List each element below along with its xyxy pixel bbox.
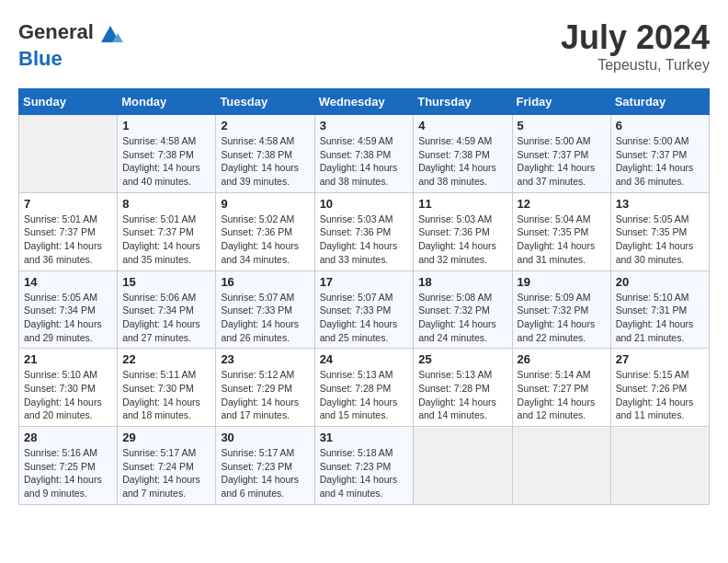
- calendar-header-row: SundayMondayTuesdayWednesdayThursdayFrid…: [19, 89, 710, 115]
- calendar-cell: 6Sunrise: 5:00 AM Sunset: 7:37 PM Daylig…: [610, 115, 709, 193]
- calendar-cell: 12Sunrise: 5:04 AM Sunset: 7:35 PM Dayli…: [512, 192, 610, 270]
- calendar-cell: 27Sunrise: 5:15 AM Sunset: 7:26 PM Dayli…: [610, 349, 709, 427]
- day-info: Sunrise: 5:16 AM Sunset: 7:25 PM Dayligh…: [24, 446, 112, 500]
- logo-icon: [96, 18, 125, 48]
- logo: General Blue: [18, 18, 125, 70]
- day-info: Sunrise: 5:13 AM Sunset: 7:28 PM Dayligh…: [320, 368, 409, 422]
- day-number: 16: [221, 275, 309, 289]
- day-number: 20: [616, 275, 704, 289]
- calendar-cell: 26Sunrise: 5:14 AM Sunset: 7:27 PM Dayli…: [512, 349, 610, 427]
- day-number: 1: [122, 119, 210, 132]
- day-info: Sunrise: 4:58 AM Sunset: 7:38 PM Dayligh…: [221, 134, 309, 189]
- calendar-cell: [512, 427, 610, 505]
- day-info: Sunrise: 5:09 AM Sunset: 7:32 PM Dayligh…: [518, 291, 606, 345]
- day-number: 2: [221, 119, 309, 132]
- day-number: 3: [320, 119, 409, 132]
- week-row-4: 21Sunrise: 5:10 AM Sunset: 7:30 PM Dayli…: [19, 349, 710, 427]
- calendar-cell: 16Sunrise: 5:07 AM Sunset: 7:33 PM Dayli…: [216, 270, 314, 349]
- day-number: 11: [418, 197, 506, 211]
- calendar-cell: 29Sunrise: 5:17 AM Sunset: 7:24 PM Dayli…: [118, 427, 216, 505]
- day-number: 6: [616, 119, 704, 132]
- calendar-cell: 22Sunrise: 5:11 AM Sunset: 7:30 PM Dayli…: [118, 349, 216, 427]
- week-row-3: 14Sunrise: 5:05 AM Sunset: 7:34 PM Dayli…: [19, 270, 710, 349]
- title-block: July 2024 Tepeustu, Turkey: [561, 18, 710, 74]
- calendar-cell: [610, 427, 709, 505]
- calendar-cell: 24Sunrise: 5:13 AM Sunset: 7:28 PM Dayli…: [314, 349, 414, 427]
- day-number: 15: [122, 275, 210, 289]
- day-info: Sunrise: 5:17 AM Sunset: 7:24 PM Dayligh…: [122, 446, 210, 500]
- header-monday: Monday: [118, 89, 216, 115]
- calendar-cell: 13Sunrise: 5:05 AM Sunset: 7:35 PM Dayli…: [610, 192, 709, 270]
- calendar-cell: 28Sunrise: 5:16 AM Sunset: 7:25 PM Dayli…: [19, 427, 118, 505]
- week-row-1: 1Sunrise: 4:58 AM Sunset: 7:38 PM Daylig…: [19, 115, 710, 193]
- day-number: 18: [418, 275, 506, 289]
- day-number: 4: [418, 119, 506, 132]
- calendar-cell: 20Sunrise: 5:10 AM Sunset: 7:31 PM Dayli…: [610, 270, 709, 349]
- day-number: 21: [24, 352, 112, 366]
- day-info: Sunrise: 5:11 AM Sunset: 7:30 PM Dayligh…: [122, 368, 210, 422]
- header-saturday: Saturday: [610, 89, 709, 115]
- calendar-cell: [414, 427, 512, 505]
- day-info: Sunrise: 4:59 AM Sunset: 7:38 PM Dayligh…: [320, 134, 409, 189]
- logo-blue-label: Blue: [18, 47, 63, 70]
- calendar-cell: 2Sunrise: 4:58 AM Sunset: 7:38 PM Daylig…: [216, 115, 314, 193]
- day-number: 19: [518, 275, 606, 289]
- calendar-cell: 21Sunrise: 5:10 AM Sunset: 7:30 PM Dayli…: [19, 349, 118, 427]
- day-number: 14: [24, 275, 112, 289]
- header-tuesday: Tuesday: [216, 89, 314, 115]
- day-number: 13: [616, 197, 704, 211]
- header-thursday: Thursday: [414, 89, 512, 115]
- day-info: Sunrise: 5:07 AM Sunset: 7:33 PM Dayligh…: [221, 291, 309, 345]
- title-location: Tepeustu, Turkey: [561, 57, 710, 74]
- day-number: 17: [320, 275, 409, 289]
- day-info: Sunrise: 5:05 AM Sunset: 7:35 PM Dayligh…: [616, 213, 704, 267]
- day-info: Sunrise: 5:02 AM Sunset: 7:36 PM Dayligh…: [221, 213, 309, 267]
- calendar-cell: 11Sunrise: 5:03 AM Sunset: 7:36 PM Dayli…: [414, 192, 512, 270]
- day-info: Sunrise: 5:12 AM Sunset: 7:29 PM Dayligh…: [221, 368, 309, 422]
- day-number: 22: [122, 352, 210, 366]
- day-number: 29: [122, 431, 210, 444]
- day-info: Sunrise: 5:01 AM Sunset: 7:37 PM Dayligh…: [122, 213, 210, 267]
- day-info: Sunrise: 5:04 AM Sunset: 7:35 PM Dayligh…: [518, 213, 606, 267]
- day-info: Sunrise: 5:07 AM Sunset: 7:33 PM Dayligh…: [320, 291, 409, 345]
- day-info: Sunrise: 5:17 AM Sunset: 7:23 PM Dayligh…: [221, 446, 309, 500]
- calendar-cell: 8Sunrise: 5:01 AM Sunset: 7:37 PM Daylig…: [118, 192, 216, 270]
- logo-blue-text: Blue: [18, 48, 125, 70]
- day-info: Sunrise: 5:06 AM Sunset: 7:34 PM Dayligh…: [122, 291, 210, 345]
- header-sunday: Sunday: [19, 89, 118, 115]
- day-number: 26: [518, 352, 606, 366]
- day-number: 9: [221, 197, 309, 211]
- day-info: Sunrise: 5:00 AM Sunset: 7:37 PM Dayligh…: [616, 134, 704, 189]
- calendar-cell: 31Sunrise: 5:18 AM Sunset: 7:23 PM Dayli…: [314, 427, 414, 505]
- day-info: Sunrise: 5:10 AM Sunset: 7:30 PM Dayligh…: [24, 368, 112, 422]
- calendar-cell: 18Sunrise: 5:08 AM Sunset: 7:32 PM Dayli…: [414, 270, 512, 349]
- day-number: 30: [221, 431, 309, 444]
- day-number: 12: [518, 197, 606, 211]
- day-number: 23: [221, 352, 309, 366]
- calendar-cell: 3Sunrise: 4:59 AM Sunset: 7:38 PM Daylig…: [314, 115, 414, 193]
- header-wednesday: Wednesday: [314, 89, 414, 115]
- day-info: Sunrise: 5:01 AM Sunset: 7:37 PM Dayligh…: [24, 213, 112, 267]
- day-number: 27: [616, 352, 704, 366]
- day-info: Sunrise: 5:13 AM Sunset: 7:28 PM Dayligh…: [418, 368, 506, 422]
- week-row-5: 28Sunrise: 5:16 AM Sunset: 7:25 PM Dayli…: [19, 427, 710, 505]
- week-row-2: 7Sunrise: 5:01 AM Sunset: 7:37 PM Daylig…: [19, 192, 710, 270]
- calendar-cell: [19, 115, 118, 193]
- day-number: 8: [122, 197, 210, 211]
- header-friday: Friday: [512, 89, 610, 115]
- logo-general: General: [18, 20, 94, 43]
- day-info: Sunrise: 5:18 AM Sunset: 7:23 PM Dayligh…: [320, 446, 409, 500]
- calendar-cell: 23Sunrise: 5:12 AM Sunset: 7:29 PM Dayli…: [216, 349, 314, 427]
- calendar-cell: 10Sunrise: 5:03 AM Sunset: 7:36 PM Dayli…: [314, 192, 414, 270]
- day-number: 31: [320, 431, 409, 444]
- calendar-cell: 1Sunrise: 4:58 AM Sunset: 7:38 PM Daylig…: [118, 115, 216, 193]
- day-info: Sunrise: 5:00 AM Sunset: 7:37 PM Dayligh…: [518, 134, 606, 189]
- calendar-cell: 14Sunrise: 5:05 AM Sunset: 7:34 PM Dayli…: [19, 270, 118, 349]
- calendar-cell: 30Sunrise: 5:17 AM Sunset: 7:23 PM Dayli…: [216, 427, 314, 505]
- day-number: 7: [24, 197, 112, 211]
- calendar-table: SundayMondayTuesdayWednesdayThursdayFrid…: [18, 88, 710, 505]
- day-info: Sunrise: 5:10 AM Sunset: 7:31 PM Dayligh…: [616, 291, 704, 345]
- day-info: Sunrise: 5:03 AM Sunset: 7:36 PM Dayligh…: [418, 213, 506, 267]
- day-number: 10: [320, 197, 409, 211]
- calendar-cell: 17Sunrise: 5:07 AM Sunset: 7:33 PM Dayli…: [314, 270, 414, 349]
